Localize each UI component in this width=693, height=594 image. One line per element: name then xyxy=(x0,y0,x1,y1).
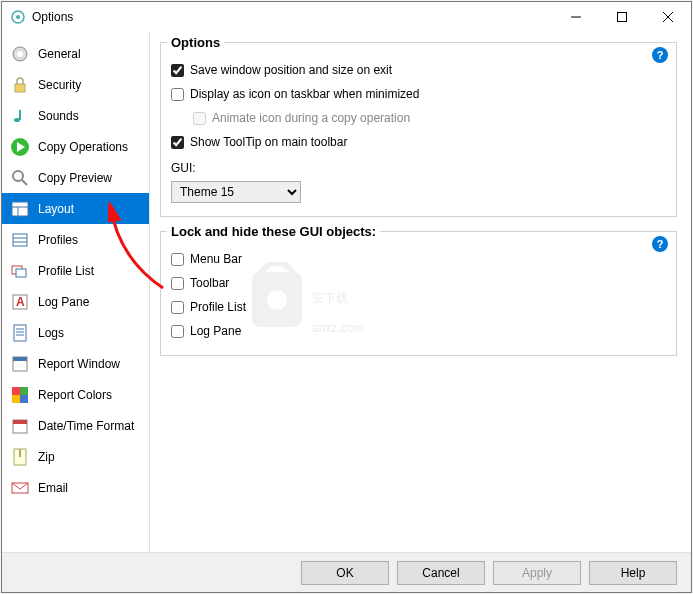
lock-menubar-row[interactable]: Menu Bar xyxy=(171,249,666,269)
show-tooltip-checkbox[interactable] xyxy=(171,136,184,149)
sidebar-item-report-window[interactable]: Report Window xyxy=(2,348,149,379)
lock-icon xyxy=(10,75,30,95)
close-button[interactable] xyxy=(645,2,691,32)
sidebar-item-label: Zip xyxy=(38,450,55,464)
animate-icon-checkbox xyxy=(193,112,206,125)
svg-text:A: A xyxy=(16,295,25,309)
lock-profile-list-checkbox[interactable] xyxy=(171,301,184,314)
checkbox-label: Menu Bar xyxy=(190,252,242,266)
display-icon-checkbox[interactable] xyxy=(171,88,184,101)
sidebar-item-label: Sounds xyxy=(38,109,79,123)
sidebar-item-label: Layout xyxy=(38,202,74,216)
maximize-button[interactable] xyxy=(599,2,645,32)
report-window-icon xyxy=(10,354,30,374)
titlebar: Options xyxy=(2,2,691,32)
checkbox-label: Save window position and size on exit xyxy=(190,63,392,77)
options-group: Options ? Save window position and size … xyxy=(160,42,677,217)
lock-log-pane-row[interactable]: Log Pane xyxy=(171,321,666,341)
window-controls xyxy=(553,2,691,32)
sidebar-item-zip[interactable]: Zip xyxy=(2,441,149,472)
svg-rect-22 xyxy=(16,269,26,277)
svg-rect-36 xyxy=(13,420,27,424)
checkbox-label: Show ToolTip on main toolbar xyxy=(190,135,347,149)
app-icon xyxy=(10,9,26,25)
sidebar-item-email[interactable]: Email xyxy=(2,472,149,503)
sidebar-item-label: Profile List xyxy=(38,264,94,278)
display-icon-row[interactable]: Display as icon on taskbar when minimize… xyxy=(171,84,666,104)
sidebar-item-profile-list[interactable]: Profile List xyxy=(2,255,149,286)
checkbox-label: Display as icon on taskbar when minimize… xyxy=(190,87,419,101)
show-tooltip-row[interactable]: Show ToolTip on main toolbar xyxy=(171,132,666,152)
svg-rect-3 xyxy=(618,13,627,22)
svg-rect-34 xyxy=(20,395,28,403)
dialog-footer: OK Cancel Apply Help xyxy=(2,552,691,592)
minimize-button[interactable] xyxy=(553,2,599,32)
lock-hide-group-title: Lock and hide these GUI objects: xyxy=(167,224,380,239)
svg-rect-25 xyxy=(14,325,26,341)
checkbox-label: Profile List xyxy=(190,300,246,314)
lock-profile-list-row[interactable]: Profile List xyxy=(171,297,666,317)
checkbox-label: Animate icon during a copy operation xyxy=(212,111,410,125)
gui-label: GUI: xyxy=(171,158,666,178)
animate-icon-row: Animate icon during a copy operation xyxy=(171,108,666,128)
help-icon[interactable]: ? xyxy=(652,47,668,63)
apply-button: Apply xyxy=(493,561,581,585)
sidebar-item-label: Email xyxy=(38,481,68,495)
svg-rect-30 xyxy=(13,357,27,361)
cancel-button[interactable]: Cancel xyxy=(397,561,485,585)
sidebar-item-security[interactable]: Security xyxy=(2,69,149,100)
svg-rect-31 xyxy=(12,387,20,395)
sidebar-item-sounds[interactable]: Sounds xyxy=(2,100,149,131)
colors-icon xyxy=(10,385,30,405)
svg-rect-15 xyxy=(12,202,28,216)
sidebar-item-profiles[interactable]: Profiles xyxy=(2,224,149,255)
lock-hide-group: Lock and hide these GUI objects: ? Menu … xyxy=(160,231,677,356)
calendar-icon xyxy=(10,416,30,436)
lock-toolbar-checkbox[interactable] xyxy=(171,277,184,290)
dialog-body: General Security Sounds Copy Operations … xyxy=(2,32,691,552)
options-dialog: Options General Security xyxy=(1,1,692,593)
ok-button[interactable]: OK xyxy=(301,561,389,585)
svg-rect-8 xyxy=(15,84,25,92)
lock-menubar-checkbox[interactable] xyxy=(171,253,184,266)
sidebar-item-label: Report Colors xyxy=(38,388,112,402)
email-icon xyxy=(10,478,30,498)
layout-icon xyxy=(10,199,30,219)
svg-point-7 xyxy=(17,51,23,57)
lock-log-pane-checkbox[interactable] xyxy=(171,325,184,338)
sidebar-item-label: Log Pane xyxy=(38,295,89,309)
svg-rect-32 xyxy=(20,387,28,395)
sidebar-item-layout[interactable]: Layout xyxy=(2,193,149,224)
sidebar-item-copy-operations[interactable]: Copy Operations xyxy=(2,131,149,162)
sidebar-item-label: Security xyxy=(38,78,81,92)
sidebar-item-logs[interactable]: Logs xyxy=(2,317,149,348)
checkbox-label: Toolbar xyxy=(190,276,229,290)
help-button[interactable]: Help xyxy=(589,561,677,585)
svg-rect-33 xyxy=(12,395,20,403)
content-panel: Options ? Save window position and size … xyxy=(150,32,691,552)
profiles-icon xyxy=(10,230,30,250)
magnifier-icon xyxy=(10,168,30,188)
music-note-icon xyxy=(10,106,30,126)
gui-theme-select[interactable]: Theme 15 xyxy=(171,181,301,203)
sidebar-item-label: Copy Preview xyxy=(38,171,112,185)
save-position-checkbox[interactable] xyxy=(171,64,184,77)
zip-icon xyxy=(10,447,30,467)
svg-line-14 xyxy=(22,180,27,185)
lock-toolbar-row[interactable]: Toolbar xyxy=(171,273,666,293)
sidebar-item-log-pane[interactable]: A Log Pane xyxy=(2,286,149,317)
svg-point-1 xyxy=(16,15,20,19)
help-icon[interactable]: ? xyxy=(652,236,668,252)
gui-select-row: Theme 15 xyxy=(171,182,666,202)
window-title: Options xyxy=(32,10,553,24)
play-icon xyxy=(10,137,30,157)
log-pane-icon: A xyxy=(10,292,30,312)
sidebar-item-copy-preview[interactable]: Copy Preview xyxy=(2,162,149,193)
save-position-row[interactable]: Save window position and size on exit xyxy=(171,60,666,80)
options-group-title: Options xyxy=(167,35,224,50)
sidebar-item-general[interactable]: General xyxy=(2,38,149,69)
sidebar-item-date-time-format[interactable]: Date/Time Format xyxy=(2,410,149,441)
sidebar-item-report-colors[interactable]: Report Colors xyxy=(2,379,149,410)
sidebar-item-label: Profiles xyxy=(38,233,78,247)
category-sidebar: General Security Sounds Copy Operations … xyxy=(2,32,150,552)
